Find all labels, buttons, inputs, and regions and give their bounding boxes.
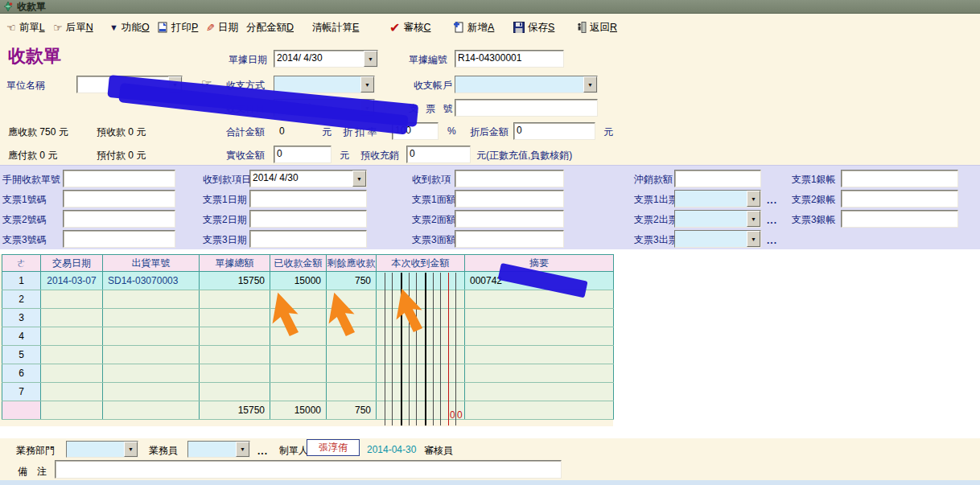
cheque1-issuer-browse-button[interactable]: ... — [767, 195, 777, 206]
pay-method-combobox[interactable]: ▼ — [274, 76, 375, 93]
audit-date: 2014-04-30 — [367, 444, 416, 455]
yuan-unit: 元 — [603, 125, 613, 139]
chevron-down-icon[interactable]: ▼ — [583, 76, 597, 92]
col-this-amount: 本次收到金額 — [377, 255, 465, 272]
pre-pay-text: 預付款 0 元 — [97, 149, 146, 162]
cheque1-bank-input[interactable] — [841, 170, 958, 187]
discounted-amount-input[interactable]: 0 — [513, 122, 595, 140]
salesman-combobox[interactable]: ▼ — [187, 441, 250, 458]
hand-right-icon: ☞ — [53, 23, 63, 33]
cheque3-no-label: 支票3號碼 — [2, 233, 47, 247]
cheque2-no-input[interactable] — [63, 210, 175, 228]
hand-left-icon: ☜ — [6, 23, 16, 33]
toolbar-print-button[interactable]: 打印P — [158, 19, 198, 35]
background — [613, 254, 980, 438]
cheque3-date-input[interactable] — [249, 230, 367, 248]
discounted-amount-label: 折后金額 — [470, 125, 509, 139]
col-select: ㄜ — [2, 255, 41, 272]
cheque2-bank-input[interactable] — [841, 190, 958, 208]
cheque2-amount-input[interactable] — [455, 210, 564, 228]
toolbar-allocate-button[interactable]: 分配金額D — [246, 19, 294, 35]
actual-amount-input[interactable]: 0 — [274, 146, 331, 163]
note-input[interactable] — [55, 460, 562, 479]
grid-row-5[interactable]: 5 — [2, 346, 614, 364]
toolbar-prev-button[interactable]: ☜ 前單L — [6, 19, 45, 35]
cheque3-issuer-label: 支票3出票 — [634, 233, 678, 247]
cheque3-bank-input[interactable] — [841, 210, 958, 228]
yuan-unit: 元 — [340, 149, 349, 162]
chevron-down-icon[interactable]: ▼ — [124, 442, 138, 457]
chevron-down-icon[interactable]: ▼ — [364, 51, 377, 67]
cheque1-date-label: 支票1日期 — [203, 193, 247, 207]
total-amount-value: 0 — [279, 125, 285, 137]
total-amount-label: 合計金額 — [226, 125, 265, 139]
auditor-label: 審核員 — [424, 444, 453, 458]
doc-no-input[interactable]: R14-04300001 — [455, 50, 564, 68]
cheque1-amount-label: 支票1面額 — [412, 193, 456, 207]
salesman-label: 業務員 — [149, 444, 178, 458]
receivable-text: 應收款 750 元 — [8, 125, 68, 139]
cheque3-amount-label: 支票3面額 — [412, 233, 456, 247]
cheque3-issuer-browse-button[interactable]: ... — [767, 235, 777, 246]
orange-arrow-annotation — [389, 286, 431, 335]
doc-date-combobox[interactable]: 2014/ 4/30 ▼ — [274, 50, 378, 68]
col-doc-total: 單據總額 — [200, 255, 270, 272]
cheque1-bank-label: 支票1銀帳 — [792, 173, 836, 187]
toolbar-save-button[interactable]: 保存S — [513, 19, 554, 35]
doc-date-label: 單據日期 — [229, 53, 267, 67]
grid-totals-row: 15750 15000 750 — [2, 401, 614, 420]
toolbar-settle-calc-button[interactable]: 清帳計算E — [312, 19, 359, 35]
grid-row-3[interactable]: 3 — [2, 309, 614, 327]
grid-row-6[interactable]: 6 — [2, 364, 614, 383]
writeoff-amount-input[interactable] — [674, 170, 761, 187]
toolbar-date-button[interactable]: ✎ 日期 — [206, 19, 238, 35]
chevron-down-icon[interactable]: ▼ — [747, 211, 760, 227]
cheque1-no-input[interactable] — [63, 190, 175, 208]
chevron-down-icon[interactable]: ▼ — [352, 171, 366, 187]
page-title: 收款單 — [8, 44, 61, 68]
cheque1-date-input[interactable] — [249, 190, 367, 208]
col-trade-date: 交易日期 — [41, 255, 103, 272]
col-remaining: 剩餘應收款 — [327, 255, 377, 272]
prepaid-offset-input[interactable]: 0 — [406, 146, 471, 163]
cheque3-amount-input[interactable] — [455, 230, 564, 248]
cheque1-amount-input[interactable] — [455, 190, 564, 208]
cheque3-no-input[interactable] — [63, 230, 175, 248]
chevron-down-icon[interactable]: ▼ — [747, 191, 760, 207]
received-date-combobox[interactable]: 2014/ 4/30 ▼ — [249, 170, 367, 187]
cheque2-issuer-browse-button[interactable]: ... — [767, 215, 777, 226]
toolbar-return-button[interactable]: 返回R — [576, 19, 617, 35]
cheque2-date-input[interactable] — [249, 210, 367, 228]
save-icon — [513, 22, 525, 33]
toolbar-audit-button[interactable]: ✔ 審核C — [389, 19, 430, 35]
toolbar-new-button[interactable]: 新增A — [454, 19, 494, 35]
actual-amount-label: 實收金額 — [226, 149, 265, 162]
col-ship-no: 出貨單號 — [103, 255, 200, 272]
cheque2-issuer-combobox[interactable]: ▼ — [674, 210, 761, 228]
chevron-down-icon[interactable]: ▼ — [747, 231, 760, 247]
cheque1-issuer-combobox[interactable]: ▼ — [674, 190, 761, 208]
note-label: 備 注 — [18, 465, 47, 479]
arrow-down-icon: ▼ — [109, 23, 118, 33]
cheque-no-input[interactable] — [455, 99, 598, 117]
chevron-down-icon[interactable]: ▼ — [360, 76, 374, 92]
cheque2-issuer-label: 支票2出票 — [634, 213, 678, 227]
toolbar-next-button[interactable]: ☞ 后單N — [53, 19, 93, 35]
grid-row-2[interactable]: 2 — [2, 290, 614, 309]
grid-row-7[interactable]: 7 — [2, 383, 614, 401]
received-item-label: 收到款項 — [412, 173, 451, 187]
grid-row-4[interactable]: 4 — [2, 327, 614, 346]
payable-text: 應付款 0 元 — [8, 149, 57, 162]
col-received: 已收款金額 — [270, 255, 327, 272]
account-combobox[interactable]: ▼ — [455, 76, 598, 93]
writeoff-amount-label: 沖銷款額 — [634, 173, 673, 187]
exit-icon — [576, 22, 587, 33]
dept-combobox[interactable]: ▼ — [66, 441, 138, 458]
salesman-browse-button[interactable]: ... — [257, 446, 268, 457]
received-item-input[interactable] — [455, 170, 564, 187]
toolbar-function-button[interactable]: ▼ 功能O — [109, 19, 150, 35]
cheque3-issuer-combobox[interactable]: ▼ — [674, 230, 761, 248]
cheque2-date-label: 支票2日期 — [203, 213, 247, 227]
manual-receipt-no-input[interactable] — [63, 170, 175, 187]
chevron-down-icon[interactable]: ▼ — [236, 442, 249, 457]
